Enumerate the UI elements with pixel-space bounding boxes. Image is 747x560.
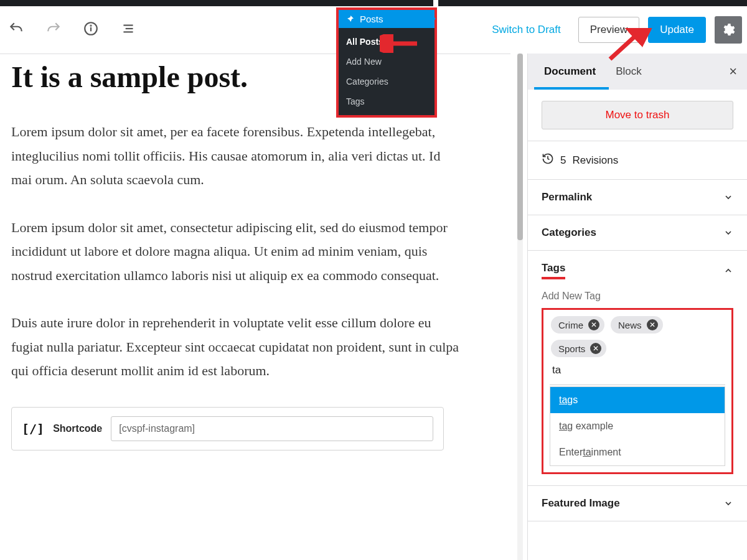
annotation-arrow-update (604, 28, 654, 65)
tag-chip-row: Crime ✕ News ✕ Sports ✕ (550, 316, 725, 385)
featured-image-panel[interactable]: Featured Image (528, 486, 747, 521)
shortcode-input[interactable] (111, 416, 433, 441)
posts-menu-header[interactable]: Posts (339, 10, 435, 28)
tags-panel: Tags Add New Tag Crime ✕ News ✕ (528, 251, 747, 486)
outline-button[interactable] (117, 17, 139, 40)
add-new-tag-label: Add New Tag (542, 291, 733, 302)
menu-item-add-new[interactable]: Add New (339, 52, 435, 72)
posts-admin-menu: Posts All Posts Add New Categories Tags (336, 7, 437, 118)
chevron-down-icon (723, 192, 733, 202)
tag-chip-label: News (618, 320, 642, 330)
permalink-label: Permalink (542, 191, 592, 203)
revisions-section[interactable]: 5 Revisions (528, 141, 747, 180)
tag-chip-label: Crime (558, 320, 583, 330)
move-to-trash-section: Move to trash (528, 90, 747, 141)
close-icon: × (729, 63, 737, 79)
revisions-label: Revisions (572, 154, 618, 167)
permalink-panel[interactable]: Permalink (528, 180, 747, 215)
shortcode-block[interactable]: [/] Shortcode (11, 407, 444, 450)
update-button[interactable]: Update (648, 17, 706, 43)
history-icon (542, 152, 554, 168)
remove-tag-button[interactable]: ✕ (588, 319, 599, 330)
tag-suggestion-item[interactable]: Entertainment (550, 439, 725, 465)
tag-chip: Sports ✕ (551, 340, 606, 357)
switch-to-draft-button[interactable]: Switch to Draft (483, 17, 570, 42)
settings-sidebar: Document Block × Move to trash 5 (527, 54, 747, 560)
window-top-strip (0, 0, 747, 6)
revisions-count: 5 (560, 154, 566, 167)
tag-chip: Crime ✕ (551, 316, 604, 334)
chevron-up-icon (723, 266, 733, 276)
categories-label: Categories (542, 226, 596, 239)
gear-icon (721, 22, 736, 37)
tab-document[interactable]: Document (534, 59, 606, 84)
pin-icon (345, 14, 355, 24)
remove-tag-button[interactable]: ✕ (590, 343, 601, 354)
paragraph-block[interactable]: Duis aute irure dolor in reprehenderit i… (11, 311, 459, 383)
menu-item-tags[interactable]: Tags (339, 91, 435, 111)
svg-point-2 (90, 26, 91, 26)
tags-label: Tags (542, 262, 565, 279)
tags-panel-header[interactable]: Tags (542, 262, 733, 279)
categories-panel[interactable]: Categories (528, 215, 747, 251)
paragraph-block[interactable]: Lorem ipsum dolor sit amet, consectetur … (11, 216, 459, 288)
chevron-down-icon (723, 228, 733, 238)
sidebar-scrollbar[interactable] (514, 54, 527, 560)
redo-button[interactable] (42, 17, 65, 40)
menu-item-categories[interactable]: Categories (339, 72, 435, 91)
tag-chip-label: Sports (558, 343, 585, 354)
info-button[interactable] (80, 17, 102, 40)
tag-input[interactable] (551, 363, 685, 377)
chevron-down-icon (723, 498, 733, 508)
remove-tag-button[interactable]: ✕ (647, 319, 658, 330)
shortcode-icon: [/] (22, 421, 44, 436)
featured-image-label: Featured Image (542, 497, 620, 510)
tag-chip: News ✕ (611, 316, 663, 334)
undo-button[interactable] (5, 17, 27, 40)
svg-line-7 (610, 32, 640, 59)
posts-menu-label: Posts (360, 14, 383, 24)
move-to-trash-button[interactable]: Move to trash (542, 101, 733, 129)
tag-suggestion-item[interactable]: tags (550, 387, 725, 413)
settings-button[interactable] (715, 16, 742, 44)
tag-suggestions: tagstag exampleEntertainment (550, 386, 725, 466)
tags-editor: Crime ✕ News ✕ Sports ✕ (542, 308, 733, 474)
annotation-arrow-all-posts (380, 34, 423, 53)
close-sidebar-button[interactable]: × (725, 60, 741, 83)
tag-suggestion-item[interactable]: tag example (550, 413, 725, 439)
shortcode-label: Shortcode (53, 423, 102, 434)
paragraph-block[interactable]: Lorem ipsum dolor sit amet, per ea facet… (11, 120, 459, 192)
